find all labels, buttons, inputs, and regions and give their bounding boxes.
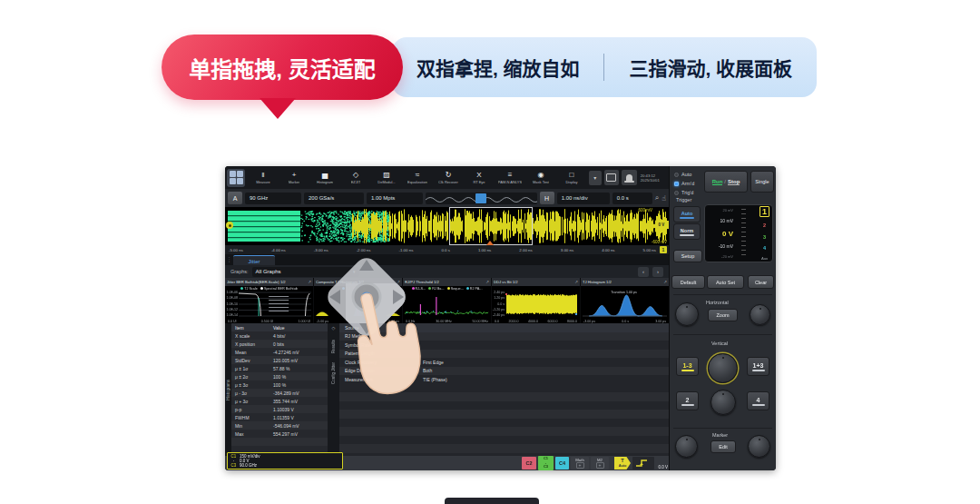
collapse-diamond-icon[interactable]: ◇ bbox=[332, 325, 336, 331]
horizontal-zoom-button[interactable]: Zoom bbox=[708, 309, 738, 321]
expand-icon[interactable]: ↗ bbox=[663, 280, 667, 284]
channel-4-tab[interactable]: C4 bbox=[555, 457, 569, 469]
touch-mode-icon[interactable]: ☝ bbox=[662, 194, 666, 203]
channel-number-3[interactable]: 3 bbox=[763, 234, 766, 240]
channel-2-tab[interactable]: C2 bbox=[522, 457, 536, 469]
table-row[interactable]: Mean-4.27246 mV bbox=[231, 348, 328, 356]
table-row[interactable]: μ ± 1σ57.88 % bbox=[231, 364, 328, 372]
graph-panel-body[interactable]: TJ ScaleSpectral BER Bathtub1.0E-061.0E-… bbox=[225, 286, 313, 323]
channel-1-minus-3-tab[interactable]: C1-C3 bbox=[538, 456, 554, 470]
channel-1p3-button[interactable]: 1+3 bbox=[747, 357, 769, 376]
table-row[interactable]: Max554.297 mV bbox=[231, 430, 328, 438]
row-item: X position bbox=[231, 341, 273, 347]
graphs-prev-button[interactable]: ‹ bbox=[638, 267, 649, 277]
toolbar-item-ezjit[interactable]: ◇EZJIT bbox=[340, 168, 371, 188]
single-button[interactable]: Single bbox=[750, 171, 774, 193]
channel-number-4[interactable]: 4 bbox=[763, 245, 766, 251]
math-1-tab[interactable]: Math + bbox=[571, 457, 589, 469]
display-settings-button[interactable] bbox=[604, 170, 620, 185]
channel-2-button[interactable]: 2 bbox=[676, 391, 699, 410]
trigger-norm-button[interactable]: Norm bbox=[673, 223, 701, 240]
expand-icon[interactable]: ↗ bbox=[574, 280, 578, 284]
memory-depth-field[interactable]: 1.00 Mpts bbox=[367, 193, 423, 204]
source-row-pattern-length[interactable]: Pattern Length bbox=[339, 350, 669, 359]
expand-icon[interactable]: ↗ bbox=[308, 280, 311, 284]
source-row-rj-method[interactable]: RJ Method bbox=[339, 332, 669, 341]
toolbar-item-display[interactable]: □Display bbox=[556, 168, 587, 188]
auto-set-button[interactable]: Auto Set bbox=[707, 275, 744, 289]
source-row-clock-recovery[interactable]: Clock RecoveryFirst Edge bbox=[339, 358, 669, 367]
marker-b-knob[interactable] bbox=[748, 435, 770, 458]
horizontal-scale-knob[interactable] bbox=[675, 302, 699, 326]
timebase-field[interactable]: 1.00 ns/div bbox=[557, 193, 610, 204]
source-row-source[interactable]: Source bbox=[339, 323, 669, 332]
sample-rate-field[interactable]: 200 GSa/s bbox=[304, 193, 364, 204]
table-row[interactable]: X scale4 bits/ bbox=[231, 331, 328, 340]
toolbar-item-clk-recover[interactable]: ↻Clk Recover bbox=[433, 168, 464, 188]
table-row[interactable]: p-p1.10039 V bbox=[231, 405, 328, 413]
acq-a-button[interactable]: A bbox=[228, 192, 242, 204]
toolbar-item-equalization[interactable]: ≈Equalization bbox=[402, 168, 433, 188]
clear-button[interactable]: Clear bbox=[748, 275, 774, 289]
run-stop-button[interactable]: Run / Stop bbox=[704, 171, 748, 193]
trigger-setup-button[interactable]: Setup bbox=[673, 250, 702, 262]
side-tab-config-jitter[interactable]: Config Jitter bbox=[331, 362, 336, 384]
marker-edit-button[interactable]: Edit bbox=[710, 440, 736, 453]
toolbar-item-pam-n-anlys[interactable]: ≡PAM-N ANLYS bbox=[495, 168, 525, 188]
slider-handle[interactable] bbox=[475, 193, 486, 203]
graphs-next-button[interactable]: › bbox=[652, 267, 663, 277]
toolbar-item-demodul[interactable]: ▨DeModul... bbox=[371, 168, 402, 188]
source-row-symbol-rate[interactable]: Symbol Rate bbox=[339, 341, 669, 350]
level-value: 0 V bbox=[722, 230, 733, 238]
expand-icon[interactable]: ↗ bbox=[485, 280, 489, 284]
histograms-side-tab[interactable]: Histograms bbox=[225, 323, 231, 456]
table-row[interactable]: StdDev120.005 mV bbox=[231, 356, 328, 364]
horizontal-position-knob[interactable] bbox=[750, 304, 770, 325]
channel-source-box[interactable]: C1 - C3 150 mV/div 0.0 V 90.0 GHz bbox=[227, 452, 343, 469]
channel-1-3-button[interactable]: 1-3 bbox=[676, 357, 699, 376]
table-row[interactable]: Min-546.094 mV bbox=[231, 421, 328, 430]
trigger-badge[interactable]: T Auto bbox=[614, 457, 631, 469]
toolbar-more-button[interactable]: ▾ bbox=[589, 171, 602, 185]
graph-panel-body[interactable]: TJPJDDJ-5.00 ps0.0 s5.00 ps bbox=[314, 286, 402, 323]
graph-panel-body[interactable]: Transition 1.00 ps-3.00 ps0.0 s3.00 ps bbox=[581, 286, 669, 323]
trigger-auto-button[interactable]: Auto bbox=[673, 206, 701, 222]
waveform-display[interactable]: 600 mV 0 V -600 mV bbox=[225, 207, 669, 245]
side-tab-results[interactable]: Results bbox=[331, 340, 336, 353]
source-row-edge-direction[interactable]: Edge DirectionBoth bbox=[339, 367, 669, 376]
zoom-selection-rect[interactable] bbox=[449, 207, 533, 245]
table-row[interactable]: FWHM1.01359 V bbox=[231, 413, 328, 421]
graphs-dropdown[interactable]: All Graphs ▾ bbox=[252, 267, 359, 277]
bandwidth-field[interactable]: 90 GHz bbox=[245, 193, 301, 204]
apps-grid-button[interactable] bbox=[227, 169, 245, 187]
channel-4-button[interactable]: 4 bbox=[747, 391, 769, 410]
zoom-icon[interactable]: ⌕ bbox=[655, 193, 659, 203]
graphs-label: Graphs: bbox=[230, 269, 249, 274]
marker-a-knob[interactable] bbox=[675, 435, 698, 458]
drag-handle-icon[interactable]: ⋮ bbox=[226, 255, 232, 264]
graph-panel-body[interactable]: 2.40 ps1.20 ps0.0 s-1.20 ps-2.40 ps0.020… bbox=[492, 286, 580, 323]
toolbar-item-histogram[interactable]: ▅Histogram bbox=[309, 168, 340, 188]
toolbar-item-marker[interactable]: +Marker bbox=[279, 168, 309, 188]
source-row-measurement[interactable]: MeasurementTIE (Phase) bbox=[339, 375, 669, 384]
table-row[interactable]: X position0 bits bbox=[231, 340, 328, 348]
timebase-position-slider[interactable] bbox=[426, 193, 537, 204]
expand-icon[interactable]: ↗ bbox=[397, 280, 400, 284]
table-row[interactable]: μ ± 2σ100 % bbox=[231, 372, 328, 380]
notifications-button[interactable] bbox=[622, 170, 637, 185]
toolbar-item-measure[interactable]: ‖Measure bbox=[248, 168, 279, 188]
toolbar-item-rt-eye[interactable]: XRT Eye bbox=[464, 168, 495, 188]
graph-panel-body[interactable]: RJ-S...RJ Ba...Seque...RJ PA...0.0 Hz30.… bbox=[403, 286, 491, 323]
vertical-scale-knob-upper[interactable] bbox=[708, 353, 738, 383]
vertical-scale-knob-lower[interactable] bbox=[710, 390, 736, 415]
channel-number-2[interactable]: 2 bbox=[763, 222, 766, 228]
toolbar-item-mask-test[interactable]: ◉Mask Test bbox=[525, 168, 556, 188]
h-position-field[interactable]: 0.0 s bbox=[612, 193, 652, 204]
table-row[interactable]: μ - 3σ-364.289 mV bbox=[231, 389, 328, 397]
channel-number-1[interactable]: 1 bbox=[760, 206, 769, 217]
math-2-tab[interactable]: M2 + bbox=[591, 457, 609, 469]
acq-h-button[interactable]: H bbox=[540, 192, 554, 204]
table-row[interactable]: μ + 3σ355.744 mV bbox=[231, 397, 328, 405]
table-row[interactable]: μ ± 3σ100 % bbox=[231, 380, 328, 389]
default-button[interactable]: Default bbox=[671, 275, 705, 289]
